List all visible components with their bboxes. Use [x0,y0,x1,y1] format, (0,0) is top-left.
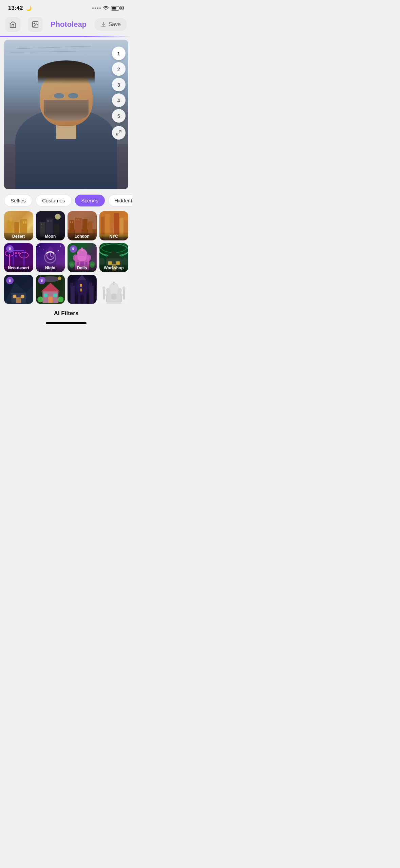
filter-night[interactable]: Night [36,243,65,272]
save-button[interactable]: Save [94,18,127,31]
photo-frame [4,40,128,189]
filter-night-loading [44,251,56,264]
filter-dolls-crown: ♛ [70,245,77,253]
wifi-icon [103,5,109,11]
svg-rect-94 [16,297,21,303]
filter-neo-desert-label: Neo-desert [4,264,33,272]
filter-night-label: Night [36,264,65,272]
expand-button[interactable] [112,126,126,140]
svg-point-129 [122,286,125,290]
svg-point-59 [43,249,43,250]
svg-line-3 [116,133,118,135]
layer-1-button[interactable]: 1 [112,47,126,60]
filter-castle-thumb [68,275,97,304]
signal-icon [92,7,101,9]
svg-point-131 [113,282,114,283]
filter-neo-desert-crown: ♛ [6,245,14,253]
canvas-area: 1 2 3 4 5 [4,40,128,189]
filter-london-label: London [68,232,97,240]
svg-point-106 [58,276,61,280]
layer-3-button[interactable]: 3 [112,78,126,91]
svg-point-65 [86,254,91,261]
filter-colorhouse[interactable]: ♛ [36,275,65,304]
layer-2-button[interactable]: 2 [112,62,126,76]
svg-rect-117 [80,284,82,287]
svg-rect-102 [48,296,53,303]
tab-costumes[interactable]: Costumes [36,195,72,206]
moon-icon: 🌙 [26,5,32,11]
tab-hiddenface[interactable]: HiddenFace [108,195,132,206]
svg-point-96 [20,294,25,299]
svg-rect-114 [89,286,94,304]
filter-moon-label: Moon [36,232,65,240]
filter-house-crown: ♛ [6,277,14,284]
svg-point-136 [105,294,108,297]
filter-neo-desert[interactable]: ♛ Neo-desert [4,243,33,272]
tab-selfies[interactable]: Selfies [4,195,32,206]
svg-rect-47 [18,252,20,254]
filter-taj[interactable] [99,275,129,304]
svg-point-127 [102,286,106,290]
svg-rect-15 [40,227,42,228]
filter-colorhouse-crown: ♛ [38,277,45,284]
layer-4-button[interactable]: 4 [112,93,126,107]
svg-rect-128 [123,289,125,300]
filter-moon[interactable]: Moon [36,211,65,240]
svg-rect-23 [70,221,71,223]
filter-nyc-label: NYC [99,232,129,240]
svg-line-2 [119,130,121,132]
svg-rect-109 [71,286,75,304]
svg-point-20 [55,214,60,219]
svg-point-125 [117,288,122,293]
battery-icon: 83 [111,6,124,11]
svg-point-124 [106,288,110,293]
tab-scenes[interactable]: Scenes [75,195,105,206]
home-bar [46,322,87,324]
svg-rect-115 [89,283,90,287]
filter-taj-thumb [99,275,129,304]
svg-point-95 [13,294,17,299]
filter-nyc[interactable]: NYC [99,211,129,240]
svg-rect-101 [53,294,57,297]
svg-point-1 [34,23,35,24]
svg-rect-135 [121,296,122,302]
save-label: Save [109,21,121,28]
svg-point-103 [37,296,43,302]
status-time: 13:42 🌙 [8,5,32,12]
svg-rect-116 [91,283,92,287]
svg-rect-6 [14,222,19,233]
svg-rect-5 [9,218,12,221]
svg-rect-48 [15,255,17,257]
gallery-button[interactable] [28,17,43,32]
filter-desert-label: Desert [4,232,33,240]
svg-rect-132 [111,294,116,300]
svg-rect-10 [25,221,26,223]
svg-rect-13 [40,223,42,225]
svg-rect-134 [106,296,107,302]
svg-rect-119 [80,295,84,304]
filter-london[interactable]: London [68,211,97,240]
header: Photoleap Save [0,14,132,36]
svg-rect-111 [72,283,73,287]
svg-point-64 [73,254,78,261]
filter-workshop[interactable]: Workshop [99,243,129,272]
filter-castle[interactable] [68,275,97,304]
status-icons: 83 [92,5,124,11]
filter-dolls[interactable]: ♛ Dolls [68,243,97,272]
layer-5-button[interactable]: 5 [112,109,126,123]
svg-rect-27 [78,219,79,220]
svg-rect-4 [7,220,14,233]
svg-rect-14 [43,223,44,225]
filter-workshop-label: Workshop [99,264,129,272]
svg-point-57 [39,246,40,247]
svg-rect-118 [80,289,82,292]
status-bar: 13:42 🌙 83 [0,0,132,14]
filter-desert[interactable]: Desert [4,211,33,240]
svg-rect-24 [72,221,73,223]
filter-house[interactable]: ♛ [4,275,33,304]
svg-rect-46 [15,252,17,254]
svg-point-104 [58,296,63,302]
download-icon [100,21,107,28]
svg-rect-7 [20,219,27,233]
home-button[interactable] [5,17,20,32]
